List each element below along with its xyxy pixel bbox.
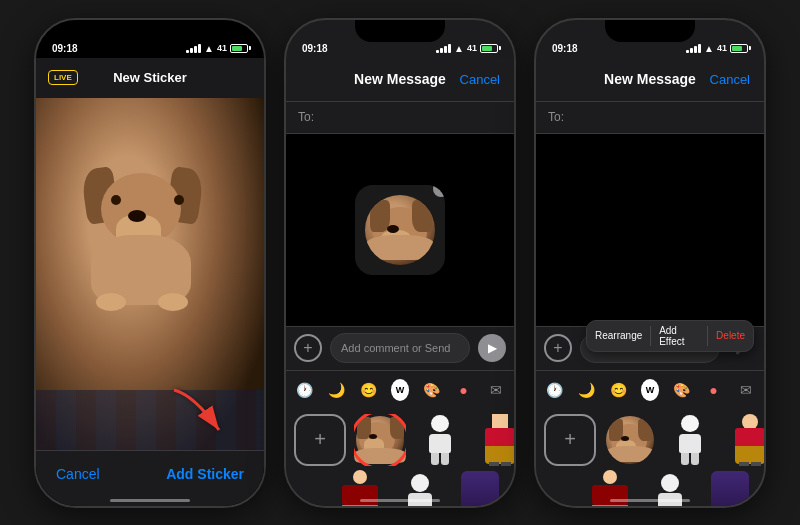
wifi-icon: ▲ [204,43,214,54]
status-bar-3: 09:18 ▲ 41 [536,20,764,58]
messages-body-2: ✕ [286,134,514,326]
moon-tab-3[interactable]: 🌙 [576,378,596,402]
signal-icon-2 [436,44,451,53]
cancel-button[interactable]: Cancel [56,466,100,482]
ghost-sticker-3b[interactable] [644,470,696,508]
home-indicator-2 [360,499,440,502]
to-label-2: To: [298,110,314,124]
plus-button-3[interactable]: + [544,334,572,362]
messages-header-3: New Message Cancel [536,58,764,102]
sticker-tab-3[interactable]: 🎨 [671,378,691,402]
input-bar-2: + Add comment or Send ▶ [286,326,514,370]
sticker-drawer-3: + [536,410,764,506]
phone-new-sticker: 09:18 ▲ 41 LIVE New Sticker [34,18,266,508]
home-indicator-1 [110,499,190,502]
wiki-tab-3[interactable]: W [641,379,660,401]
live-badge: LIVE [48,70,78,85]
send-button-2[interactable]: ▶ [478,334,506,362]
add-sticker-button[interactable]: Add Sticker [166,466,244,482]
messages-header-2: New Message Cancel [286,58,514,102]
context-menu: Rearrange Add Effect Delete [586,320,754,352]
wifi-icon-3: ▲ [704,43,714,54]
battery-icon-2 [480,44,498,53]
status-bar-1: 09:18 ▲ 41 [36,20,264,58]
to-field-3: To: [536,102,764,134]
status-icons-3: ▲ 41 [686,43,748,54]
new-sticker-title: New Sticker [113,70,187,85]
trad-doll-sticker-item-3[interactable] [724,414,766,466]
wiki-tab[interactable]: W [391,379,410,401]
sticker-row-3: + [536,410,764,470]
picker-tabs-3: 🕐 🌙 😊 W 🎨 ● ✉ [536,370,764,410]
sticker-bubble: ✕ [355,185,445,275]
sticker-drawer-2: + [286,410,514,506]
sticker-row-2b [286,470,514,508]
phone1-content: 09:18 ▲ 41 LIVE New Sticker [36,20,264,506]
dog-sticker-item-3[interactable] [604,414,656,466]
phone-new-message-context: 09:18 ▲ 41 New Message Cancel [534,18,766,508]
plus-button-2[interactable]: + [294,334,322,362]
signal-icon [186,44,201,53]
sticker-row-2: + [286,410,514,470]
messages-title-3: New Message [604,71,696,87]
mail-tab[interactable]: ✉ [486,378,506,402]
messages-title-2: New Message [354,71,446,87]
battery-level-3: 41 [717,43,727,53]
phone1-bottom-bar: Cancel Add Sticker [36,450,264,506]
to-label-3: To: [548,110,564,124]
moon-tab[interactable]: 🌙 [326,378,346,402]
status-time-2: 09:18 [302,43,328,54]
status-time-3: 09:18 [552,43,578,54]
clock-tab-3[interactable]: 🕐 [544,378,564,402]
battery-icon-3 [730,44,748,53]
add-effect-button[interactable]: Add Effect [651,325,707,347]
status-time-1: 09:18 [52,43,78,54]
signal-icon-3 [686,44,701,53]
to-field-2: To: [286,102,514,134]
big-trad-sticker-3[interactable] [584,470,636,508]
phone-new-message: 09:18 ▲ 41 New Message Cancel [284,18,516,508]
sticker-row-3b [536,470,764,508]
new-sticker-header: LIVE New Sticker [36,58,264,98]
mail-tab-3[interactable]: ✉ [736,378,756,402]
sticker-tab-2[interactable]: ● [453,378,473,402]
battery-level-2: 41 [467,43,477,53]
extra-sticker[interactable] [454,470,506,508]
messages-cancel-2[interactable]: Cancel [460,72,500,87]
sticker-tab-1[interactable]: 🎨 [421,378,441,402]
picker-tabs-2: 🕐 🌙 😊 W 🎨 ● ✉ [286,370,514,410]
battery-icon [230,44,248,53]
emoji-tab[interactable]: 😊 [358,378,378,402]
input-placeholder-2: Add comment or Send [341,342,450,354]
red-arrow-indicator [164,385,234,444]
battery-level: 41 [217,43,227,53]
arrow-icon [164,385,234,440]
messages-body-3 [536,134,764,326]
delete-button[interactable]: Delete [708,330,753,341]
status-icons-1: ▲ 41 [186,43,248,54]
add-sticker-drawer-button-2[interactable]: + [294,414,346,466]
add-sticker-drawer-button-3[interactable]: + [544,414,596,466]
ghost-sticker-item[interactable] [414,414,466,466]
extra-sticker-3[interactable] [704,470,756,508]
sticker-close-button[interactable]: ✕ [433,185,445,197]
big-trad-sticker[interactable] [334,470,386,508]
dog-sticker-item[interactable] [354,414,406,466]
wifi-icon-2: ▲ [454,43,464,54]
status-icons-2: ▲ 41 [436,43,498,54]
ghost-sticker-item-3[interactable] [664,414,716,466]
message-input-2[interactable]: Add comment or Send [330,333,470,363]
rearrange-button[interactable]: Rearrange [587,330,650,341]
clock-tab[interactable]: 🕐 [294,378,314,402]
emoji-tab-3[interactable]: 😊 [608,378,628,402]
trad-doll-sticker-item[interactable] [474,414,516,466]
home-indicator-3 [610,499,690,502]
sticker-tab-4[interactable]: ● [703,378,723,402]
ghost-sticker-2[interactable] [394,470,446,508]
status-bar-2: 09:18 ▲ 41 [286,20,514,58]
messages-cancel-3[interactable]: Cancel [710,72,750,87]
